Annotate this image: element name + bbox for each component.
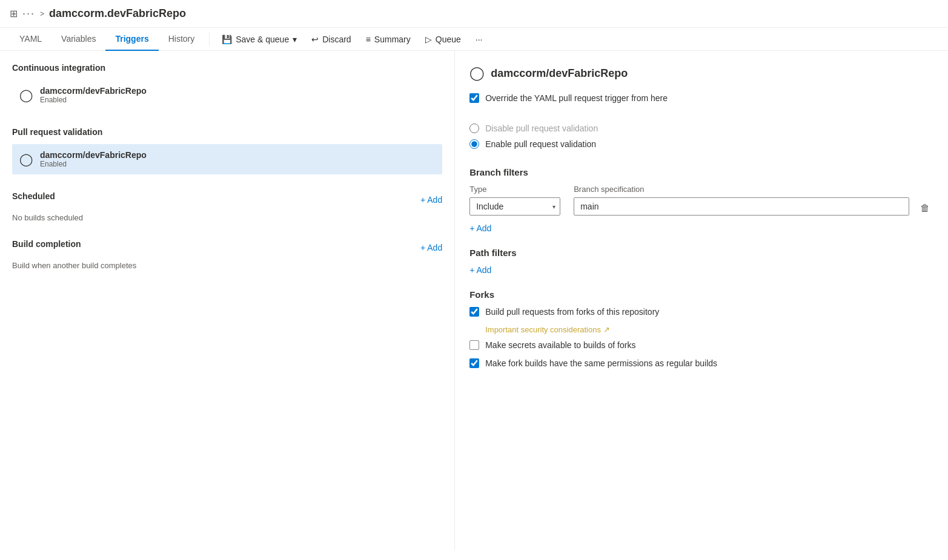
left-panel: Continuous integration ◯ damccorm/devFab… (0, 51, 455, 550)
azure-devops-icon: ⊞ (10, 8, 18, 19)
permissions-row: Make fork builds have the same permissio… (469, 358, 933, 368)
secrets-row: Make secrets available to builds of fork… (469, 340, 933, 350)
tab-yaml[interactable]: YAML (10, 28, 51, 51)
save-queue-label: Save & queue (236, 35, 289, 44)
right-repo-header: ◯ damccorm/devFabricRepo (469, 65, 933, 81)
right-repo-title: damccorm/devFabricRepo (491, 67, 628, 80)
page-title: damccorm.devFabricRepo (49, 7, 186, 20)
type-select[interactable]: Include Exclude (469, 197, 560, 216)
ci-repo-item[interactable]: ◯ damccorm/devFabricRepo Enabled (12, 80, 442, 110)
more-actions-button[interactable]: ··· (468, 30, 490, 49)
scheduled-header: Scheduled + Add (12, 191, 442, 208)
build-forks-checkbox[interactable] (469, 307, 479, 317)
build-forks-row: Build pull requests from forks of this r… (469, 307, 933, 317)
top-bar: ⊞ ··· > damccorm.devFabricRepo (0, 0, 948, 28)
branch-filters-section: Branch filters Type Include Exclude ▾ Br… (469, 167, 933, 233)
scheduled-add-button[interactable]: + Add (420, 195, 442, 205)
build-completion-title: Build completion (12, 239, 81, 249)
pull-request-validation-section: Pull request validation ◯ damccorm/devFa… (12, 127, 442, 174)
discard-icon: ↩ (311, 35, 319, 44)
summary-button[interactable]: ≡ Summary (359, 30, 418, 49)
override-checkbox[interactable] (469, 93, 479, 103)
branch-filters-title: Branch filters (469, 167, 933, 177)
enable-radio-row: Enable pull request validation (469, 139, 933, 149)
nav-divider (209, 32, 210, 47)
delete-branch-filter-button[interactable]: 🗑 (917, 199, 933, 217)
main-content: Continuous integration ◯ damccorm/devFab… (0, 51, 948, 550)
discard-label: Discard (322, 35, 351, 44)
permissions-checkbox[interactable] (469, 358, 479, 368)
continuous-integration-section: Continuous integration ◯ damccorm/devFab… (12, 63, 442, 110)
forks-section: Forks Build pull requests from forks of … (469, 289, 933, 368)
build-completion-header: Build completion + Add (12, 239, 442, 256)
tab-triggers[interactable]: Triggers (105, 28, 158, 51)
ci-repo-name: damccorm/devFabricRepo (40, 86, 147, 96)
tab-history[interactable]: History (159, 28, 205, 51)
more-options-icon[interactable]: ··· (22, 7, 35, 20)
queue-icon: ▷ (425, 35, 432, 44)
pr-repo-item[interactable]: ◯ damccorm/devFabricRepo Enabled (12, 144, 442, 174)
enable-radio-label: Enable pull request validation (485, 139, 596, 149)
save-queue-button[interactable]: 💾 Save & queue ▾ (214, 30, 304, 49)
pr-repo-info: damccorm/devFabricRepo Enabled (40, 150, 147, 168)
secrets-checkbox-unchecked (469, 340, 479, 350)
security-considerations-link[interactable]: Important security considerations ↗ (485, 325, 933, 334)
spec-label: Branch specification (574, 185, 909, 194)
build-forks-label: Build pull requests from forks of this r… (485, 307, 659, 317)
build-completion-section: Build completion + Add Build when anothe… (12, 239, 442, 270)
save-icon: 💾 (222, 35, 232, 44)
github-pr-icon: ◯ (19, 152, 33, 166)
build-completion-description: Build when another build completes (12, 261, 442, 270)
ci-repo-status: Enabled (40, 96, 147, 104)
queue-label: Queue (436, 35, 461, 44)
github-icon: ◯ (19, 88, 33, 102)
forks-title: Forks (469, 289, 933, 300)
breadcrumb-chevron: > (40, 10, 44, 18)
path-filters-title: Path filters (469, 248, 933, 258)
path-filter-add-button[interactable]: + Add (469, 265, 933, 275)
disable-radio-row: Disable pull request validation (469, 124, 933, 133)
type-label: Type (469, 185, 566, 194)
pr-section-title: Pull request validation (12, 127, 442, 137)
nav-bar: YAML Variables Triggers History 💾 Save &… (0, 28, 948, 51)
override-checkbox-label: Override the YAML pull request trigger f… (485, 93, 668, 103)
override-checkbox-row: Override the YAML pull request trigger f… (469, 93, 933, 103)
right-panel: ◯ damccorm/devFabricRepo Override the YA… (455, 51, 948, 550)
queue-button[interactable]: ▷ Queue (418, 30, 468, 49)
no-builds-text: No builds scheduled (12, 213, 442, 222)
ci-section-title: Continuous integration (12, 63, 442, 73)
permissions-label: Make fork builds have the same permissio… (485, 358, 717, 368)
disable-radio[interactable] (469, 124, 479, 133)
filter-type-col: Type Include Exclude ▾ (469, 185, 566, 216)
dropdown-chevron-icon: ▾ (293, 35, 297, 44)
pr-repo-status: Enabled (40, 160, 147, 168)
branch-spec-input[interactable] (574, 197, 909, 216)
scheduled-section: Scheduled + Add No builds scheduled (12, 191, 442, 222)
secrets-label: Make secrets available to builds of fork… (485, 340, 635, 350)
right-github-icon: ◯ (469, 65, 485, 81)
tab-variables[interactable]: Variables (51, 28, 105, 51)
branch-filter-add-button[interactable]: + Add (469, 223, 933, 233)
more-actions-label: ··· (476, 35, 483, 44)
ci-repo-info: damccorm/devFabricRepo Enabled (40, 86, 147, 104)
enable-radio[interactable] (469, 139, 479, 149)
pr-repo-name: damccorm/devFabricRepo (40, 150, 147, 160)
discard-button[interactable]: ↩ Discard (304, 30, 358, 49)
type-select-wrapper: Include Exclude ▾ (469, 197, 560, 216)
scheduled-title: Scheduled (12, 191, 55, 201)
summary-label: Summary (374, 35, 411, 44)
summary-icon: ≡ (366, 35, 371, 44)
filter-spec-col: Branch specification (574, 185, 909, 216)
branch-filter-row: Type Include Exclude ▾ Branch specificat… (469, 185, 933, 217)
path-filters-section: Path filters + Add (469, 248, 933, 275)
disable-radio-label: Disable pull request validation (485, 124, 598, 133)
build-completion-add-button[interactable]: + Add (420, 243, 442, 252)
